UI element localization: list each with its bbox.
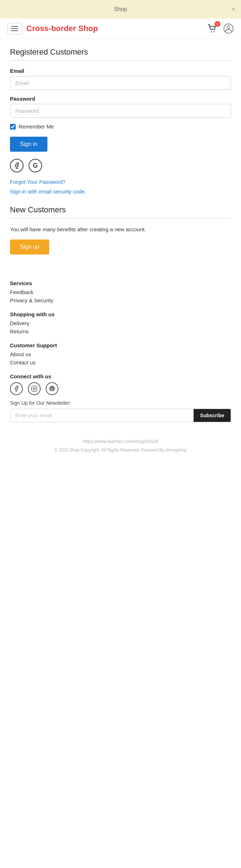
feedback-link[interactable]: Feedback xyxy=(10,289,231,295)
connect-icons-row xyxy=(10,382,231,395)
notification-close-button[interactable]: × xyxy=(231,6,235,13)
social-login-row: G xyxy=(10,159,231,172)
facebook-svg xyxy=(13,162,20,169)
svg-point-3 xyxy=(227,26,230,29)
newsletter-row: Subscribe xyxy=(10,409,231,422)
header-left: Cross-border Shop xyxy=(7,23,98,34)
new-customers-section: New Customers You will have many benefit… xyxy=(10,205,231,263)
new-customers-title: New Customers xyxy=(10,205,231,215)
connect-title: Connect with us xyxy=(10,373,231,379)
subscribe-button[interactable]: Subscribe xyxy=(194,409,231,422)
password-form-group: Password xyxy=(10,96,231,118)
newsletter-label: Sign Up for Our Newsletter: xyxy=(10,400,231,406)
contact-us-link[interactable]: Contact us xyxy=(10,359,231,365)
footer-facebook-icon[interactable] xyxy=(10,382,23,395)
remember-me-checkbox[interactable] xyxy=(10,124,16,130)
cart-icon[interactable]: 0 xyxy=(207,23,217,34)
svg-point-0 xyxy=(211,31,212,32)
footer-url: https://www.huzhan.com/ishop31520 xyxy=(7,439,234,444)
facebook-login-icon[interactable] xyxy=(10,159,24,172)
registered-customers-title: Registered Customers xyxy=(10,47,231,57)
remember-me-row: Remember Me xyxy=(10,123,231,130)
hamburger-line-2 xyxy=(11,28,18,29)
footer-shopping-section: Shopping with us Delivery Returns xyxy=(10,311,231,334)
footer-pinterest-icon[interactable] xyxy=(46,382,58,395)
remember-me-label: Remember Me xyxy=(19,123,54,130)
signup-button[interactable]: Sign up xyxy=(10,239,49,254)
footer-connect-section: Connect with us Sign Up for Our Ne xyxy=(10,373,231,422)
svg-point-5 xyxy=(33,388,35,390)
footer: Services Feedback Privacy & Security Sho… xyxy=(0,272,241,434)
about-us-link[interactable]: About us xyxy=(10,351,231,357)
hamburger-line-1 xyxy=(11,26,18,27)
email-security-link[interactable]: Sign in with email security code. xyxy=(10,188,231,195)
services-title: Services xyxy=(10,280,231,286)
header: Cross-border Shop 0 xyxy=(0,19,241,39)
user-svg xyxy=(223,23,234,34)
footer-copyright: © 2023 Shop Copyright, All Rights Reserv… xyxy=(7,447,234,453)
email-label: Email xyxy=(10,68,231,74)
footer-instagram-icon[interactable] xyxy=(28,382,41,395)
newsletter-email-input[interactable] xyxy=(10,409,194,422)
google-login-icon[interactable]: G xyxy=(29,159,42,172)
password-label: Password xyxy=(10,96,231,102)
email-form-group: Email xyxy=(10,68,231,90)
delivery-link[interactable]: Delivery xyxy=(10,320,231,326)
hamburger-line-3 xyxy=(11,30,18,31)
new-customers-description: You will have many benefits after creati… xyxy=(10,226,231,234)
footer-services-section: Services Feedback Privacy & Security xyxy=(10,280,231,303)
user-icon[interactable] xyxy=(223,23,234,34)
section-divider-1 xyxy=(10,60,231,61)
footer-bottom: https://www.huzhan.com/ishop31520 © 2023… xyxy=(0,434,241,460)
svg-point-6 xyxy=(35,387,36,388)
logo: Cross-border Shop xyxy=(26,24,98,33)
privacy-security-link[interactable]: Privacy & Security xyxy=(10,297,231,303)
password-input[interactable] xyxy=(10,104,231,118)
section-divider-2 xyxy=(10,218,231,218)
main-content: Registered Customers Email Password Reme… xyxy=(0,39,241,272)
hamburger-menu-button[interactable] xyxy=(7,23,22,34)
svg-point-1 xyxy=(214,31,215,32)
notification-bar: Shop × xyxy=(0,0,241,19)
header-right: 0 xyxy=(207,23,234,34)
cart-badge: 0 xyxy=(215,21,220,27)
google-letter: G xyxy=(33,162,38,170)
email-input[interactable] xyxy=(10,76,231,90)
signin-button[interactable]: Sign in xyxy=(10,137,47,152)
shopping-title: Shopping with us xyxy=(10,311,231,317)
footer-support-section: Customer Support About us Contact us xyxy=(10,342,231,365)
returns-link[interactable]: Returns xyxy=(10,328,231,334)
svg-rect-4 xyxy=(32,386,37,391)
notification-text: Shop xyxy=(114,6,127,12)
support-title: Customer Support xyxy=(10,342,231,348)
forgot-password-link[interactable]: Forgot Your Password? xyxy=(10,179,231,185)
